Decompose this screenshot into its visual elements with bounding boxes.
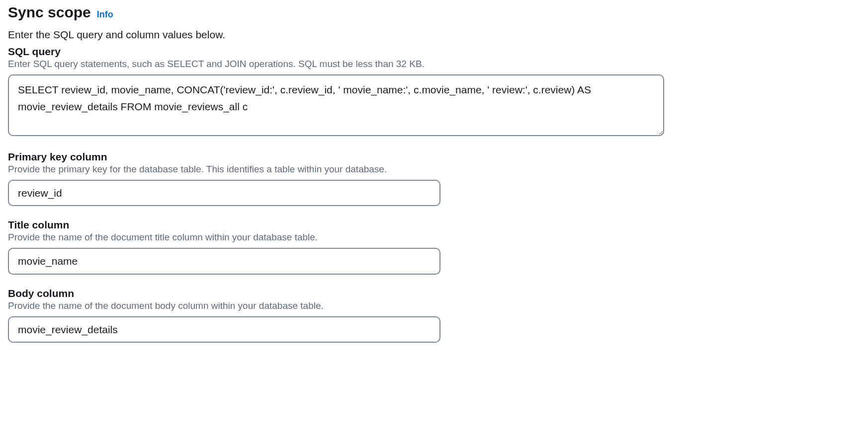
sql-query-hint: Enter SQL query statements, such as SELE… xyxy=(8,59,860,70)
section-header: Sync scope Info xyxy=(8,4,860,21)
title-column-label: Title column xyxy=(8,219,860,231)
section-title: Sync scope xyxy=(8,4,91,21)
sql-query-field-group: SQL query Enter SQL query statements, su… xyxy=(8,46,860,138)
info-link[interactable]: Info xyxy=(97,9,113,20)
primary-key-hint: Provide the primary key for the database… xyxy=(8,164,860,175)
body-column-field-group: Body column Provide the name of the docu… xyxy=(8,288,860,343)
sql-query-input[interactable] xyxy=(8,74,664,136)
body-column-label: Body column xyxy=(8,288,860,299)
title-column-hint: Provide the name of the document title c… xyxy=(8,232,860,243)
sql-query-label: SQL query xyxy=(8,46,860,58)
body-column-hint: Provide the name of the document body co… xyxy=(8,300,860,311)
title-column-input[interactable] xyxy=(8,248,440,274)
primary-key-field-group: Primary key column Provide the primary k… xyxy=(8,151,860,206)
title-column-field-group: Title column Provide the name of the doc… xyxy=(8,219,860,274)
primary-key-input[interactable] xyxy=(8,180,440,206)
primary-key-label: Primary key column xyxy=(8,151,860,163)
section-intro: Enter the SQL query and column values be… xyxy=(8,29,860,41)
body-column-input[interactable] xyxy=(8,316,440,343)
